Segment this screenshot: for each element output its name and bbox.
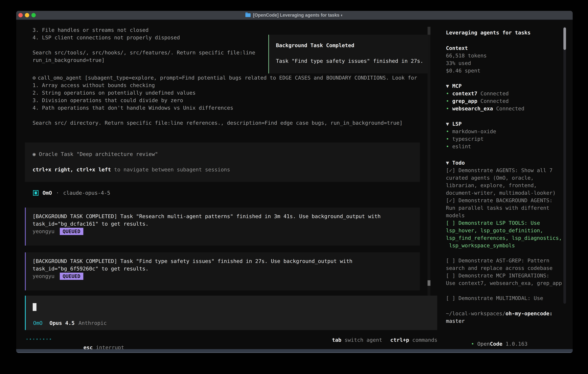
prompt-input[interactable]: OmO Opus 4.5 Anthropic	[25, 296, 437, 330]
lsp-name: markdown-oxide	[452, 128, 496, 134]
context-stat: $0.46 spent	[446, 67, 487, 74]
spinner-dot-icon	[46, 339, 48, 340]
tool-call-line: 3. Division operations that could divide…	[32, 97, 417, 104]
titlebar: [OpenCode] Leveraging agents for tasks ◐	[16, 11, 573, 20]
status-dot-icon: •	[446, 91, 449, 96]
status-dot-icon: •	[446, 128, 449, 134]
mcp-heading[interactable]: ▼MCP	[446, 82, 524, 90]
background-task-block: [BACKGROUND TASK COMPLETED] Task "Resear…	[25, 208, 420, 246]
minimize-button[interactable]	[25, 13, 29, 17]
notification-body: Task "Find type safety issues" finished …	[276, 57, 423, 65]
tool-call-line	[32, 112, 417, 119]
agent-icon	[33, 190, 39, 196]
agent-name: OmO	[42, 189, 52, 197]
lsp-item: •eslint	[446, 143, 496, 150]
tool-call-lines: 1. Array access without bounds checking2…	[32, 82, 417, 127]
todo-section: ▼Todo [✓] Demonstrate AGENTS: Show all 7…	[446, 159, 562, 302]
status-dot-icon: •	[446, 98, 449, 104]
status-bar: esc interrupt tabswitch agent ctrl+pcomm…	[16, 336, 437, 344]
tool-call-line: 4. Path operations that don't handle Win…	[32, 104, 417, 112]
mcp-name: grep_app	[452, 98, 477, 104]
record-icon: ◉	[32, 151, 36, 157]
scrollback-line	[32, 41, 255, 49]
tool-call-line: Search src/ directory. Return specific f…	[32, 119, 417, 127]
todo-line-done: Run parallel tasks with different	[446, 204, 562, 212]
task-meta: yeongyuQUEUED	[32, 272, 420, 280]
lsp-heading[interactable]: ▼LSP	[446, 120, 496, 128]
status-dot-icon: •	[446, 105, 449, 112]
agent-header: OmO · claude-opus-4-5	[33, 189, 110, 197]
tool-call-head-text: call_omo_agent [subagent_type=explore, p…	[38, 75, 417, 81]
zoom-button[interactable]	[32, 13, 36, 17]
active-model: Opus 4.5	[50, 319, 74, 327]
mcp-status: Connected	[496, 105, 524, 112]
session-title: Leveraging agents for tasks	[446, 29, 531, 36]
todo-line-done: [✓] Demonstrate AGENTS: Show all 7	[446, 166, 562, 174]
todo-line-active: [ ] Demonstrate LSP TOOLS: Use	[446, 219, 562, 227]
chevron-down-icon: ▼	[446, 160, 449, 166]
keyboard-hints: tabswitch agent ctrl+pcommands	[332, 336, 437, 344]
spinner-dot-icon	[30, 339, 31, 340]
text-cursor	[33, 303, 36, 311]
tool-call-line: 2. String operations on potentially unde…	[32, 89, 417, 97]
activity-spinner-icon	[26, 339, 51, 340]
lsp-section: ▼LSP •markdown-oxide•typescript•eslint	[446, 120, 496, 150]
task-line2: task_id="bg_dcfac161" to get results.	[32, 220, 420, 228]
spinner-dot-icon	[43, 339, 44, 340]
window-controls	[18, 13, 36, 17]
task-user: yeongyu	[32, 228, 54, 234]
active-agent: OmO	[33, 319, 42, 327]
chat-scrollbar-thumb-top[interactable]	[428, 27, 430, 35]
status-dot-icon: •	[471, 341, 474, 347]
spinner-dot-icon	[26, 339, 28, 340]
input-meta: OmO Opus 4.5 Anthropic	[33, 319, 107, 327]
folder-icon	[245, 13, 251, 17]
chevron-down-icon: ▼	[446, 83, 449, 89]
lsp-item: •markdown-oxide	[446, 128, 496, 135]
todo-heading[interactable]: ▼Todo	[446, 159, 562, 166]
mcp-section: ▼MCP •context7 Connected•grep_app Connec…	[446, 82, 524, 112]
hint-keys: ctrl+x right, ctrl+x left	[32, 166, 111, 173]
spinner-dot-icon	[33, 339, 34, 340]
oracle-task-box: ◉ Oracle Task "Deep architecture review"…	[25, 143, 420, 182]
lsp-name: eslint	[452, 144, 471, 149]
todo-line-pending: [ ] Demonstrate MCP INTEGRATIONS:	[446, 272, 562, 280]
terminal-scrollback: 3. File handles or streams not closed4. …	[32, 26, 255, 64]
gear-icon: ⚙	[32, 75, 36, 81]
sidebar-scrollbar-thumb[interactable]	[563, 28, 566, 50]
todo-line-pending: Use context7, websearch_exa, grep_app	[446, 280, 562, 287]
chat-scrollbar-track[interactable]	[428, 27, 430, 297]
todo-line-pending: [ ] Demonstrate MULTIMODAL: Use	[446, 294, 562, 302]
sidebar-scrollbar-track[interactable]	[563, 27, 566, 304]
context-stat: 33% used	[446, 59, 487, 67]
background-task-block: [BACKGROUND TASK COMPLETED] Task "Find t…	[25, 252, 420, 291]
todo-line-active: lsp_find_references, lsp_diagnostics,	[446, 234, 562, 242]
spinner-dot-icon	[40, 339, 41, 340]
spinner-dot-icon	[50, 339, 51, 340]
tool-call-block: ⚙call_omo_agent [subagent_type=explore, …	[32, 74, 417, 127]
oracle-task-title: ◉ Oracle Task "Deep architecture review"	[32, 150, 158, 158]
switch-agent-hint: tabswitch agent	[332, 336, 382, 344]
terminal-window: [OpenCode] Leveraging agents for tasks ◐…	[16, 11, 573, 353]
task-line2: task_id="bg_6f59260c" to get results.	[32, 265, 420, 272]
mcp-status: Connected	[481, 91, 509, 96]
todo-line-active: lsp_hover, lsp_goto_definition,	[446, 227, 562, 234]
workspace-path: ~/local-workspaces/oh-my-opencode: maste…	[446, 310, 553, 325]
window-title: [OpenCode] Leveraging agents for tasks ◐	[253, 13, 343, 18]
chat-scrollbar-thumb-bottom[interactable]	[428, 280, 430, 286]
separator-dot: ·	[56, 189, 59, 197]
commands-hint: ctrl+pcommands	[390, 336, 437, 344]
task-user: yeongyu	[32, 273, 54, 279]
todo-line-done: [✓] Demonstrate BACKGROUND AGENTS:	[446, 197, 562, 204]
workspace-prefix: ~/local-workspaces/	[446, 311, 505, 316]
mcp-status: Connected	[481, 98, 509, 104]
scrollback-line: 4. LSP client connections not properly d…	[32, 34, 255, 41]
status-badge: QUEUED	[60, 273, 83, 280]
scrollback-line: Search src/tools/, src/hooks/, src/featu…	[32, 49, 255, 56]
notification-toast[interactable]: Background Task Completed Task "Find typ…	[268, 35, 430, 73]
close-button[interactable]	[18, 13, 23, 17]
workspace-branch: master	[446, 317, 553, 325]
desktop: [OpenCode] Leveraging agents for tasks ◐…	[0, 0, 588, 374]
chevron-down-icon: ▼	[446, 121, 449, 127]
tool-call-head: ⚙call_omo_agent [subagent_type=explore, …	[32, 74, 417, 82]
